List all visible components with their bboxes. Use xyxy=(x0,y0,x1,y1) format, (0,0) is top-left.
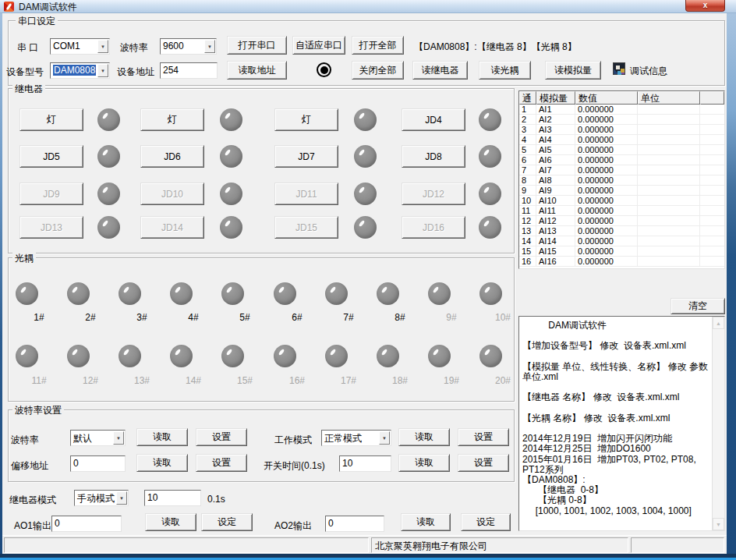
ao1-read-button[interactable]: 读取 xyxy=(145,513,196,531)
relay-button-4[interactable]: JD4 xyxy=(402,108,465,131)
table-row[interactable]: 13AI130.000000 xyxy=(519,226,724,236)
relay-button-1[interactable]: 灯 xyxy=(19,108,83,131)
relay-button-11: JD11 xyxy=(274,183,338,205)
ao1-input[interactable]: 0 xyxy=(51,516,122,532)
table-row[interactable]: 15AI150.000000 xyxy=(519,246,724,257)
table-cell xyxy=(700,105,724,114)
opto-label-14: 14# xyxy=(175,375,211,386)
ao2-input[interactable]: 0 xyxy=(325,516,384,532)
debug-info-icon[interactable] xyxy=(613,62,625,75)
open-all-button[interactable]: 打开全部 xyxy=(352,36,404,55)
table-cell: 14 xyxy=(519,236,536,246)
ao2-read-button[interactable]: 读取 xyxy=(401,513,451,531)
table-cell: AI4 xyxy=(536,135,575,144)
table-cell xyxy=(700,206,724,215)
table-cell: 2 xyxy=(519,115,536,124)
switch-time-set-button[interactable]: 设置 xyxy=(458,454,509,472)
status-panel-company: 北京聚英翱翔电子有限公司 xyxy=(371,537,628,553)
table-row[interactable]: 10AI100.000000 xyxy=(519,196,724,206)
relay-button-14: JD14 xyxy=(140,216,204,239)
baud-setting-combobox[interactable]: 默认 xyxy=(70,430,126,446)
table-header-cell[interactable]: 单位 xyxy=(638,91,700,105)
table-row[interactable]: 8AI80.000000 xyxy=(519,175,724,186)
offset-input[interactable]: 0 xyxy=(70,455,126,472)
dropdown-arrow-icon[interactable] xyxy=(113,431,124,445)
work-mode-set-button[interactable]: 设置 xyxy=(458,428,509,446)
debug-info-label[interactable]: 调试信息 xyxy=(630,65,667,78)
table-cell xyxy=(638,216,700,225)
table-cell: 0.000000 xyxy=(575,206,638,215)
table-row[interactable]: 4AI40.000000 xyxy=(519,135,724,145)
table-row[interactable]: 9AI90.000000 xyxy=(519,186,724,196)
offset-read-button[interactable]: 读取 xyxy=(136,454,188,472)
relay-button-2[interactable]: 灯 xyxy=(140,108,204,131)
opto-label-13: 13# xyxy=(124,375,160,386)
ao1-set-button[interactable]: 设定 xyxy=(201,513,253,531)
switch-time-read-button[interactable]: 读取 xyxy=(398,454,450,472)
read-analog-button[interactable]: 读模拟量 xyxy=(545,61,601,80)
baud-setting-value: 默认 xyxy=(73,433,92,444)
table-cell: 11 xyxy=(519,206,536,215)
table-header-cell[interactable]: 模拟量 xyxy=(536,91,575,105)
table-cell xyxy=(638,257,700,266)
relay-button-3[interactable]: 灯 xyxy=(274,108,338,131)
relay-button-5[interactable]: JD5 xyxy=(19,145,83,168)
analog-values-table[interactable]: 通模拟量数值单位 1AI10.0000002AI20.0000003AI30.0… xyxy=(518,90,725,269)
switch-time-input[interactable]: 10 xyxy=(339,455,391,472)
ao2-set-button[interactable]: 设定 xyxy=(461,513,511,531)
relay-button-6[interactable]: JD6 xyxy=(140,145,204,168)
window-border-right xyxy=(727,13,736,554)
relay-button-7[interactable]: JD7 xyxy=(274,145,338,168)
relay-time-unit: 0.1s xyxy=(207,494,225,505)
opto-label-3: 3# xyxy=(124,312,160,323)
close-all-button[interactable]: 关闭全部 xyxy=(352,61,404,80)
address-input[interactable]: 254 xyxy=(160,62,218,79)
dropdown-arrow-icon[interactable] xyxy=(97,40,108,53)
close-button[interactable]: x xyxy=(685,0,725,12)
dropdown-arrow-icon[interactable] xyxy=(116,491,127,505)
table-header-cell[interactable] xyxy=(700,91,724,105)
dropdown-arrow-icon[interactable] xyxy=(97,64,108,77)
table-header-cell[interactable]: 数值 xyxy=(575,91,638,105)
scroll-down-icon[interactable] xyxy=(713,518,724,530)
relay-time-input[interactable]: 10 xyxy=(144,490,201,506)
table-cell: 6 xyxy=(519,155,536,165)
work-mode-combobox[interactable]: 正常模式 xyxy=(321,430,391,446)
baud-read-button[interactable]: 读取 xyxy=(136,428,188,446)
table-row[interactable]: 11AI110.000000 xyxy=(519,206,724,216)
table-row[interactable]: 1AI10.000000 xyxy=(519,105,724,115)
read-address-button[interactable]: 读取地址 xyxy=(227,61,287,80)
work-mode-read-button[interactable]: 读取 xyxy=(398,428,450,446)
info-scrollbar[interactable] xyxy=(712,317,724,530)
table-cell: 3 xyxy=(519,125,536,134)
baudrate-combobox[interactable]: 9600 xyxy=(160,38,217,55)
auto-port-button[interactable]: 自适应串口 xyxy=(292,36,345,55)
read-relay-button[interactable]: 读继电器 xyxy=(412,61,468,80)
table-row[interactable]: 7AI70.000000 xyxy=(519,165,724,175)
table-header-cell[interactable]: 通 xyxy=(519,91,536,105)
table-cell: 9 xyxy=(519,186,536,195)
table-row[interactable]: 14AI140.000000 xyxy=(519,236,724,246)
relay-indicator-7 xyxy=(354,145,377,168)
offset-set-button[interactable]: 设置 xyxy=(196,454,247,472)
port-combobox[interactable]: COM1 xyxy=(50,38,110,55)
clear-button[interactable]: 清空 xyxy=(671,298,725,314)
scroll-up-icon[interactable] xyxy=(713,317,724,329)
table-row[interactable]: 2AI20.000000 xyxy=(519,115,724,125)
table-cell: 0.000000 xyxy=(575,216,638,225)
relay-mode-combobox[interactable]: 手动模式 xyxy=(74,490,129,506)
table-row[interactable]: 6AI60.000000 xyxy=(519,155,724,165)
table-cell: 8 xyxy=(519,175,536,185)
table-row[interactable]: 5AI50.000000 xyxy=(519,145,724,155)
dropdown-arrow-icon[interactable] xyxy=(379,431,390,445)
read-opto-button[interactable]: 读光耦 xyxy=(479,61,531,80)
table-row[interactable]: 3AI30.000000 xyxy=(519,125,724,135)
dropdown-arrow-icon[interactable] xyxy=(204,40,215,53)
table-row[interactable]: 12AI120.000000 xyxy=(519,216,724,226)
table-cell xyxy=(638,196,700,205)
open-port-button[interactable]: 打开串口 xyxy=(227,36,287,55)
relay-button-8[interactable]: JD8 xyxy=(402,145,465,168)
model-combobox[interactable]: DAM0808 xyxy=(50,62,110,79)
baud-set-button[interactable]: 设置 xyxy=(196,428,247,446)
table-row[interactable]: 16AI160.000000 xyxy=(519,257,724,267)
